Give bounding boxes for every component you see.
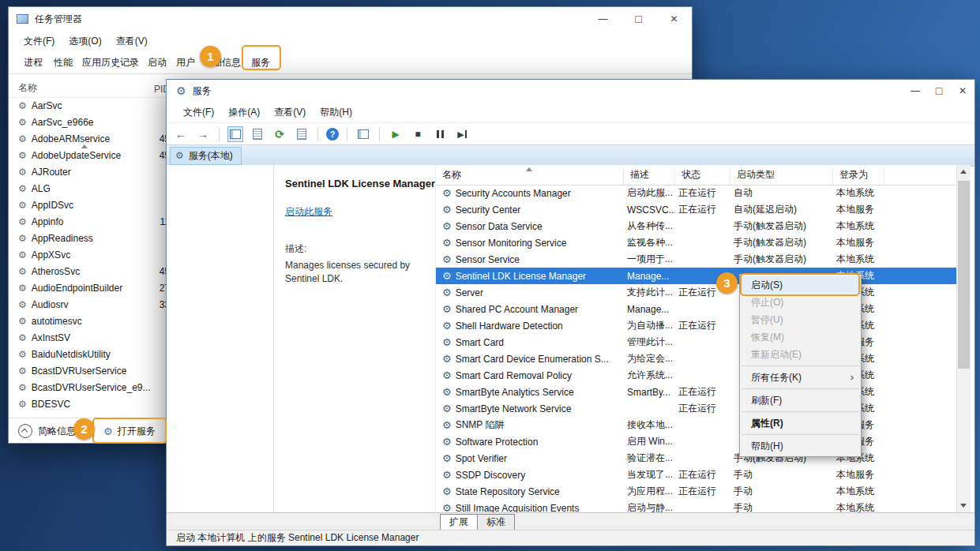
service-row[interactable]: Spot Verifier验证潜在...手动(触发器启动)本地系统	[436, 450, 957, 467]
menu-item-help[interactable]: 帮助(H)	[740, 437, 861, 455]
description-label: 描述:	[285, 242, 435, 256]
service-row[interactable]: SSDP Discovery当发现了...正在运行手动本地服务	[436, 467, 957, 483]
service-row[interactable]: Smart Card管理此计...本地服务	[436, 334, 957, 350]
start-service-link[interactable]: 启动此服务	[285, 205, 332, 219]
services-titlebar[interactable]: 服务	[167, 80, 974, 102]
service-row[interactable]: Smart Card Device Enumeration S...为给定会..…	[436, 350, 957, 367]
export-list-icon[interactable]	[294, 126, 310, 142]
scrollbar-thumb[interactable]	[958, 181, 970, 369]
service-row[interactable]: Sensor Service一项用于...手动(触发器启动)本地系统	[436, 251, 957, 268]
service-gear-icon	[442, 403, 452, 414]
column-header-logon-as[interactable]: 登录为	[833, 168, 884, 185]
cell-description: SmartBy...	[624, 387, 675, 398]
cell-description: WSCSVC...	[624, 204, 675, 216]
service-gear-icon	[442, 353, 452, 365]
maximize-icon[interactable]	[621, 7, 656, 31]
cell-name: SmartByte Network Service	[456, 403, 572, 414]
service-gear-icon	[18, 266, 27, 277]
column-header-pid[interactable]: PID	[135, 84, 170, 95]
service-gear-icon	[442, 204, 452, 216]
cell-name: Spot Verifier	[456, 453, 507, 464]
desktop: 任务管理器 文件(F) 选项(O) 查看(V) 进程 性能 应用历史记录 启动 …	[0, 0, 980, 551]
tab-processes[interactable]: 进程	[18, 51, 48, 73]
column-header-name[interactable]: 名称	[18, 81, 37, 95]
tab-startup[interactable]: 启动	[143, 51, 171, 73]
service-row[interactable]: Sensor Monitoring Service监视各种...手动(触发器启动…	[436, 234, 957, 251]
service-row[interactable]: Smart Card Removal Policy允许系统...本地系统	[436, 367, 957, 384]
maximize-icon[interactable]	[927, 80, 951, 102]
tree-node-services-local[interactable]: 服务(本地)	[170, 147, 242, 165]
service-gear-icon	[18, 233, 27, 244]
service-gear-icon	[18, 216, 27, 227]
view-icon[interactable]	[355, 126, 371, 142]
help-icon[interactable]	[326, 128, 339, 141]
menu-file[interactable]: 文件(F)	[176, 106, 221, 119]
minimize-icon[interactable]	[903, 80, 927, 102]
menu-action[interactable]: 操作(A)	[221, 106, 267, 119]
vertical-scrollbar[interactable]	[956, 165, 971, 512]
column-header-description[interactable]: 描述	[624, 168, 675, 185]
tab-extended[interactable]: 扩展	[440, 514, 478, 530]
console-tree-pane[interactable]	[167, 165, 274, 512]
menu-help[interactable]: 帮助(H)	[313, 106, 359, 119]
properties-icon[interactable]	[250, 126, 265, 142]
menu-view[interactable]: 查看(V)	[109, 35, 155, 48]
service-gear-icon	[18, 382, 27, 393]
pause-service-icon[interactable]	[432, 126, 448, 142]
service-row[interactable]: SNMP 陷阱接收本地...本地服务	[436, 417, 957, 433]
service-row[interactable]: Shell Hardware Detection为自动播...正在运行本地系统	[436, 317, 957, 334]
cell-name: Sensor Data Service	[456, 221, 543, 232]
stop-service-icon[interactable]	[410, 126, 426, 142]
menu-item-properties[interactable]: 属性(R)	[740, 414, 861, 432]
service-row[interactable]: Sensor Data Service从各种传...手动(触发器启动)本地系统	[436, 218, 957, 234]
forward-icon[interactable]	[195, 126, 211, 142]
tab-performance[interactable]: 性能	[48, 51, 78, 73]
cell-description: 支持此计...	[624, 286, 675, 299]
cell-logon-as: 本地服务	[833, 468, 884, 482]
menu-options[interactable]: 选项(O)	[62, 35, 108, 48]
menu-item-all-tasks[interactable]: 所有任务(K)	[740, 369, 861, 386]
scroll-up-icon[interactable]	[960, 170, 967, 174]
annotation-step1-box	[242, 45, 281, 70]
menu-item-restart: 重新启动(E)	[740, 346, 861, 363]
start-service-icon[interactable]	[388, 126, 404, 142]
service-row[interactable]: Shared PC Account ManagerManage...本地系统	[436, 301, 957, 317]
minimize-icon[interactable]	[585, 7, 621, 31]
show-console-tree-icon[interactable]	[227, 126, 243, 142]
service-row[interactable]: State Repository Service为应用程...正在运行手动本地系…	[436, 483, 957, 500]
back-icon[interactable]	[173, 126, 189, 142]
cell-name: Shared PC Account Manager	[456, 304, 578, 315]
services-list: 名称 描述 状态 启动类型 登录为 Security Accounts Mana…	[435, 165, 957, 512]
service-row-selected[interactable]: Sentinel LDK License ManagerManage...本地系…	[436, 268, 957, 284]
service-row[interactable]: Software Protection启用 Win...网络服务	[436, 433, 957, 450]
tab-app-history[interactable]: 应用历史记录	[78, 51, 143, 73]
scroll-down-icon[interactable]	[960, 504, 967, 508]
menu-item-refresh[interactable]: 刷新(F)	[740, 392, 861, 409]
cell-name: Sensor Monitoring Service	[456, 238, 567, 249]
refresh-icon[interactable]	[272, 126, 287, 142]
collapse-chevron-icon[interactable]	[18, 424, 32, 438]
column-header-startup-type[interactable]: 启动类型	[730, 168, 833, 185]
tab-users[interactable]: 用户	[171, 51, 200, 73]
menu-view[interactable]: 查看(V)	[267, 106, 313, 119]
column-header-status[interactable]: 状态	[675, 168, 730, 185]
brief-info-toggle[interactable]: 简略信息	[38, 425, 76, 438]
cell-description: 从各种传...	[624, 219, 675, 233]
service-name: Appinfo	[32, 216, 64, 227]
service-row[interactable]: SmartByte Analytics ServiceSmartBy...正在运…	[436, 384, 957, 400]
cell-startup-type: 手动(触发器启动)	[730, 219, 833, 233]
service-row[interactable]: SmartByte Network Service正在运行本地系统	[436, 400, 957, 417]
service-row[interactable]: Still Image Acquisition Events启动与静...手动本…	[436, 500, 957, 512]
task-manager-titlebar[interactable]: 任务管理器	[9, 7, 692, 31]
service-pid: 11	[135, 216, 170, 227]
annotation-step2-box	[92, 418, 167, 444]
service-name: AppReadiness	[32, 233, 93, 244]
menu-file[interactable]: 文件(F)	[17, 35, 62, 48]
close-icon[interactable]	[656, 7, 692, 31]
service-row[interactable]: Security CenterWSCSVC...正在运行自动(延迟启动)本地服务	[436, 201, 957, 218]
restart-service-icon[interactable]	[454, 126, 470, 142]
service-row[interactable]: Security Accounts Manager启动此服...正在运行自动本地…	[436, 185, 957, 201]
close-icon[interactable]	[951, 80, 974, 102]
service-row[interactable]: Server支持此计...正在运行本地系统	[436, 284, 957, 301]
tab-standard[interactable]: 标准	[478, 514, 515, 530]
